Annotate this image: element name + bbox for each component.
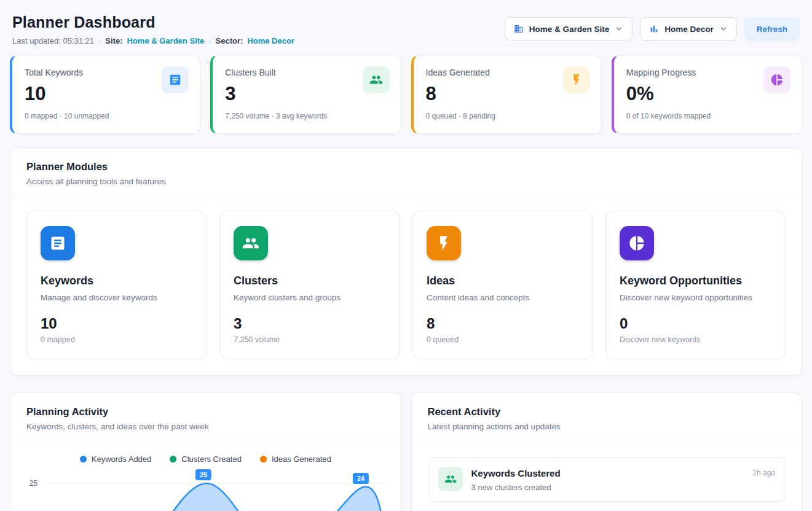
building-icon: [514, 24, 524, 34]
stat-card-ideas-generated: Ideas Generated 8 0 queued · 8 pending: [411, 55, 602, 134]
activity-list: Keywords Clustered 3 new clusters create…: [412, 442, 802, 511]
legend-label: Ideas Generated: [272, 454, 331, 464]
document-icon: [41, 226, 75, 260]
pie-chart-icon: [620, 226, 654, 260]
users-icon: [234, 226, 268, 260]
activity-title: Keywords Clustered: [471, 468, 744, 478]
planner-modules-panel: Planner Modules Access all planning tool…: [10, 147, 802, 376]
legend-item-clusters-created: Clusters Created: [170, 454, 242, 464]
module-description: Content ideas and concepts: [427, 293, 578, 302]
chevron-down-icon: [615, 25, 623, 33]
section-title: Planner Modules: [26, 161, 786, 173]
activity-body: Keywords Clustered 3 new clusters create…: [471, 467, 744, 492]
bolt-icon: [563, 66, 590, 93]
module-value: 10: [41, 315, 192, 332]
site-link[interactable]: Home & Garden Site: [127, 36, 205, 45]
legend-label: Clusters Created: [181, 454, 242, 464]
site-label: Site:: [105, 36, 122, 45]
recent-activity-header: Recent Activity Latest planning actions …: [412, 393, 802, 442]
recent-activity-panel: Recent Activity Latest planning actions …: [411, 392, 803, 511]
pie-chart-icon: [763, 66, 790, 93]
stats-row: Total Keywords 10 0 mapped · 10 unmapped…: [10, 55, 802, 134]
sector-link[interactable]: Home Decor: [247, 36, 294, 45]
stat-card-clusters-built: Clusters Built 3 7,250 volume · 3 avg ke…: [210, 55, 401, 134]
module-sub: 7,250 volume: [234, 335, 385, 344]
last-updated-text: Last updated: 05:31:21: [12, 36, 94, 45]
title-block: Planner Dashboard Last updated: 05:31:21…: [12, 14, 294, 45]
refresh-button[interactable]: Refresh: [744, 17, 800, 41]
module-value: 3: [234, 315, 385, 332]
stat-card-mapping-progress: Mapping Progress 0% 0 of 10 keywords map…: [612, 55, 802, 134]
document-icon: [162, 66, 189, 93]
stat-sub: 0 queued · 8 pending: [426, 112, 589, 120]
separator-dot: ·: [98, 36, 101, 45]
bottom-row: Planning Activity Keywords, clusters, an…: [10, 392, 802, 511]
section-title: Planning Activity: [26, 406, 385, 418]
activity-timestamp: 2h ago: [752, 469, 775, 477]
bar-chart-icon: [649, 24, 659, 34]
bolt-icon: [427, 226, 461, 260]
stat-sub: 7,250 volume · 3 avg keywords: [225, 112, 388, 120]
y-axis-tick: 25: [19, 475, 44, 488]
planner-modules-header: Planner Modules Access all planning tool…: [10, 148, 802, 197]
chart-point-label: 24: [353, 473, 369, 484]
module-card-ideas[interactable]: Ideas Content ideas and concepts 8 0 que…: [412, 211, 593, 359]
module-title: Clusters: [234, 275, 385, 287]
users-icon: [363, 66, 390, 93]
legend-item-ideas-generated: Ideas Generated: [260, 454, 331, 464]
module-card-clusters[interactable]: Clusters Keyword clusters and groups 3 7…: [219, 211, 400, 359]
module-card-keyword-opportunities[interactable]: Keyword Opportunities Discover new keywo…: [605, 211, 786, 359]
module-description: Keyword clusters and groups: [234, 293, 385, 302]
module-value: 8: [427, 315, 578, 332]
legend-label: Keywords Added: [92, 454, 152, 464]
stat-sub: 0 mapped · 10 unmapped: [25, 112, 187, 120]
page-header: Planner Dashboard Last updated: 05:31:21…: [10, 14, 802, 45]
module-sub: Discover new keywords: [620, 335, 771, 344]
header-controls: Home & Garden Site Home Decor Refresh: [505, 17, 800, 41]
modules-grid: Keywords Manage and discover keywords 10…: [10, 197, 802, 375]
activity-description: 3 new clusters created: [471, 483, 744, 492]
legend-dot: [260, 456, 267, 462]
section-subtitle: Latest planning actions and updates: [428, 422, 786, 431]
area-chart: [44, 475, 385, 511]
module-description: Manage and discover keywords: [41, 293, 192, 302]
module-title: Keyword Opportunities: [620, 275, 771, 287]
site-select-dropdown[interactable]: Home & Garden Site: [505, 17, 633, 41]
module-description: Discover new keyword opportunities: [620, 293, 771, 302]
planning-activity-panel: Planning Activity Keywords, clusters, an…: [10, 392, 401, 511]
planner-dashboard-page: Planner Dashboard Last updated: 05:31:21…: [0, 0, 812, 511]
separator-dot: ·: [208, 36, 211, 45]
stat-sub: 0 of 10 keywords mapped: [626, 112, 789, 120]
stat-card-total-keywords: Total Keywords 10 0 mapped · 10 unmapped: [10, 55, 200, 134]
legend-item-keywords-added: Keywords Added: [80, 454, 152, 464]
activity-item-keywords-clustered[interactable]: Keywords Clustered 3 new clusters create…: [428, 457, 786, 502]
legend-dot: [170, 456, 176, 462]
page-title: Planner Dashboard: [12, 14, 294, 31]
chart-point-label: 25: [195, 469, 211, 480]
site-select-value: Home & Garden Site: [529, 25, 610, 34]
sector-label: Sector:: [216, 36, 243, 45]
module-sub: 0 mapped: [41, 335, 192, 344]
page-meta: Last updated: 05:31:21 · Site: Home & Ga…: [12, 36, 294, 45]
module-sub: 0 queued: [427, 335, 578, 344]
module-title: Ideas: [427, 275, 578, 287]
legend-dot: [80, 456, 87, 462]
module-card-keywords[interactable]: Keywords Manage and discover keywords 10…: [26, 211, 207, 359]
section-title: Recent Activity: [428, 406, 786, 418]
chevron-down-icon: [719, 25, 728, 33]
sector-select-dropdown[interactable]: Home Decor: [640, 17, 737, 41]
section-subtitle: Access all planning tools and features: [26, 177, 786, 186]
chart-legend: Keywords Added Clusters Created Ideas Ge…: [10, 442, 401, 466]
sector-select-value: Home Decor: [664, 25, 714, 34]
module-value: 0: [620, 315, 771, 332]
section-subtitle: Keywords, clusters, and ideas over the p…: [26, 422, 385, 431]
planning-activity-header: Planning Activity Keywords, clusters, an…: [10, 393, 401, 442]
users-icon: [438, 467, 463, 491]
planning-activity-chart: 25 2524: [10, 466, 401, 511]
module-title: Keywords: [41, 275, 192, 287]
